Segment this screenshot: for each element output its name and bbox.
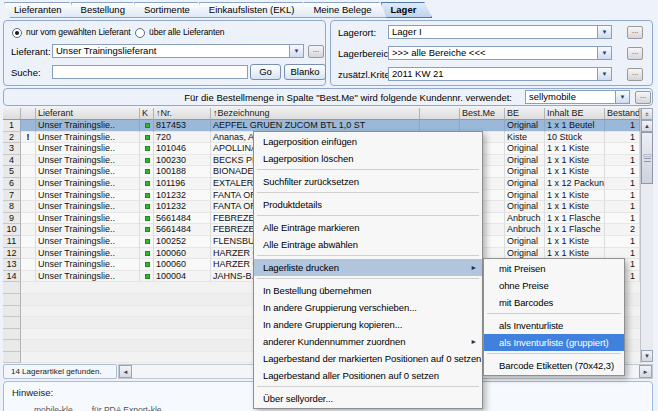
kundennr-more-button[interactable]: ... [635,91,651,104]
blanko-button[interactable]: Blanko [284,64,326,80]
tab-bestellung[interactable]: Bestellung [71,2,141,18]
column-header-empty[interactable] [420,108,460,120]
menu-item-lagerposition-einf-gen[interactable]: Lagerposition einfügen [254,133,482,150]
lagerbereich-more-button[interactable]: ... [627,47,643,60]
cell: Unser Trainingslie.. [36,259,140,271]
cell: Original [505,155,545,167]
menu-item-label: Alle Einträge markieren [263,222,359,233]
cell: 100188 [154,166,211,178]
cell: 1 [605,155,640,167]
menu-item-in-andere-gruppierung-verschieben[interactable]: In andere Gruppierung verschieben... [254,299,482,316]
scroll-right-icon[interactable]: ► [639,365,652,378]
lagerort-combobox[interactable]: Lager I [388,25,598,39]
column-header-nr[interactable]: ↑Nr. [154,108,211,120]
kriterium-combobox[interactable]: 2011 KW 21 [388,67,598,81]
scroll-up-icon[interactable]: ▲ [641,120,653,132]
stock-ok-icon [145,158,150,163]
column-header-lieferant[interactable]: Lieferant [36,108,140,120]
cell: 1 [3,120,21,132]
cell: 1 [605,143,640,155]
tab-lager[interactable]: Lager [381,2,433,18]
menu-item-lagerbestand-der-markierten-positionen-a[interactable]: Lagerbestand der markierten Positionen a… [254,350,482,367]
menu-item-produktdetails[interactable]: Produktdetails [254,196,482,213]
menu-item-als-inventurliste[interactable]: als Inventurliste [484,317,624,334]
table-row-1[interactable]: 1Unser Trainingslie..817453AEPFEL GRUEN … [3,120,653,132]
cell: 100230 [154,155,211,167]
menu-item-alle-eintr-ge-abw-hlen[interactable]: Alle Einträge abwählen [254,236,482,253]
cell: Original [505,201,545,213]
menu-item-label: Lagerliste drucken [263,262,339,273]
cell: 1 x 12 Packung.. [545,178,605,190]
menu-item-mit-preisen[interactable]: mit Preisen [484,260,624,277]
column-header-k[interactable]: K [140,108,154,120]
menu-item-mit-barcodes[interactable]: mit Barcodes [484,294,624,311]
cell [21,248,36,260]
chevron-down-icon[interactable]: ▼ [597,46,612,60]
lagerort-more-button[interactable]: ... [627,26,643,39]
tab-lieferanten[interactable]: Lieferanten [4,2,78,18]
column-header-best-me[interactable]: Best.Me [460,108,505,120]
cell [140,120,154,132]
table-config-icon[interactable]: ± [641,108,653,120]
column-header-empty[interactable] [21,108,36,120]
tab-sortimente[interactable]: Sortimente [134,2,206,18]
chevron-down-icon[interactable]: ▼ [289,44,304,58]
lieferant-more-button[interactable]: ... [308,45,324,58]
lieferant-combobox[interactable]: Unser Trainingslieferant [52,44,290,58]
menu-item-ohne-preise[interactable]: ohne Preise [484,277,624,294]
menu-item-lagerposition-l-schen[interactable]: Lagerposition löschen [254,150,482,167]
cell [140,213,154,225]
cell: 1 x 1 Beutel [545,120,605,132]
column-header-empty[interactable] [3,108,21,120]
scroll-down-icon[interactable]: ▼ [641,350,653,362]
chevron-down-icon[interactable]: ▼ [597,25,612,39]
menu-item-barcode-etiketten-70x42-3[interactable]: Barcode Etiketten (70x42,3) [484,357,624,374]
column-header-inhalt-be[interactable]: Inhalt BE [545,108,605,120]
cell [3,352,21,364]
menu-item-lagerliste-drucken[interactable]: Lagerliste drucken► [254,259,482,276]
column-header-bezeichnung[interactable]: ↑Bezeichnung [211,108,420,120]
cell: 8 [3,201,21,213]
vertical-scrollbar[interactable]: ± ▲ ▼ [640,108,653,363]
cell: 5661484 [154,224,211,236]
kriterium-more-button[interactable]: ... [627,68,643,81]
radio-selected-supplier[interactable] [12,28,22,38]
menu-item-label: anderer Kundennummer zuordnen [263,336,405,347]
cell [21,259,36,271]
cell: 5 [3,166,21,178]
app-window: LieferantenBestellungSortimenteEinkaufsl… [0,0,658,411]
menu-item-label: Lagerposition löschen [263,153,353,164]
cell: 2 [605,224,640,236]
tab-meine-belege[interactable]: Meine Belege [303,2,387,18]
menu-item-als-inventurliste-gruppiert[interactable]: als Inventurliste (gruppiert) [484,334,624,351]
menu-item-anderer-kundennummer-zuordnen[interactable]: anderer Kundennummer zuordnen► [254,333,482,350]
cell: 1 x 1 Kiste [545,236,605,248]
menu-item-in-bestellung-bernehmen[interactable]: In Bestellung übernehmen [254,282,482,299]
suche-input[interactable] [52,65,248,79]
column-header-bestand[interactable]: Bestand [605,108,640,120]
go-button[interactable]: Go [250,64,281,80]
lagerbereich-combobox[interactable]: >>> alle Bereiche <<< [388,46,598,60]
cell [140,155,154,167]
menu-item-suchfilter-zur-cksetzen[interactable]: Suchfilter zurücksetzen [254,173,482,190]
menu-item-alle-eintr-ge-markieren[interactable]: Alle Einträge markieren [254,219,482,236]
tab-einkaufslisten-ekl[interactable]: Einkaufslisten (EKL) [199,2,311,18]
hinweise-clipped-text: mobile-kle für PDA Export-kle [34,405,162,411]
chevron-down-icon[interactable]: ▼ [615,90,630,104]
chevron-down-icon[interactable]: ▼ [597,67,612,81]
cell: Original [505,190,545,202]
menu-item-in-andere-gruppierung-kopieren[interactable]: In andere Gruppierung kopieren... [254,316,482,333]
menu-item-ber-sellyorder[interactable]: Über sellyorder... [254,390,482,407]
scroll-left-icon[interactable]: ◄ [119,365,132,378]
radio-all-suppliers[interactable] [135,28,145,38]
table-header-row: LieferantK↑Nr.↑BezeichnungBest.MeBEInhal… [3,108,653,120]
cell: Original [505,178,545,190]
scrollbar-thumb[interactable] [641,132,653,184]
column-header-be[interactable]: BE [505,108,545,120]
menu-item-label: Alle Einträge abwählen [263,239,358,250]
kundennr-combobox[interactable]: sellymobile [525,90,616,104]
cell: Original [505,166,545,178]
menu-item-lagerbestand-aller-positionen-auf-0-setz[interactable]: Lagerbestand aller Positionen auf 0 setz… [254,367,482,384]
cell: Unser Trainingslie.. [36,178,140,190]
cell [140,143,154,155]
